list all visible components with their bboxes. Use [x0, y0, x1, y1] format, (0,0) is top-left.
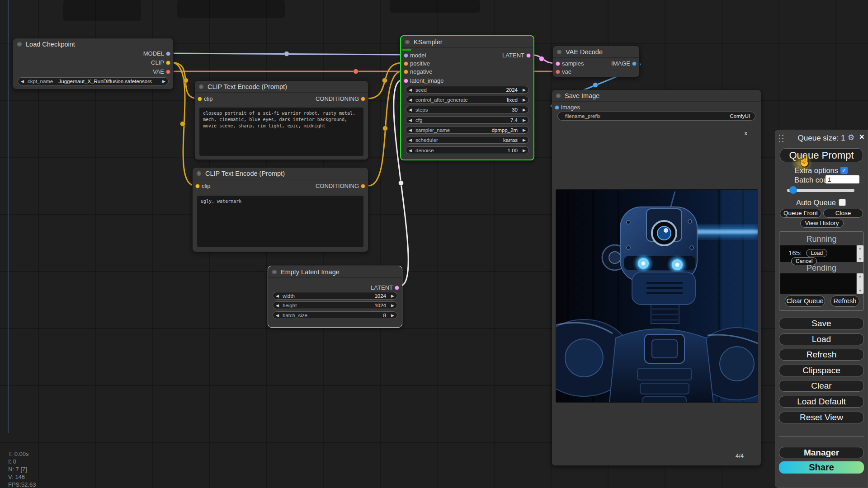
close-panel-icon[interactable]: × [859, 132, 864, 142]
save-button[interactable]: Save [779, 318, 864, 329]
cfg-widget[interactable]: ◀ cfg 7.4 ▶ [406, 116, 529, 124]
prev-arrow-icon[interactable]: ◀ [276, 303, 282, 308]
preview-close-button[interactable]: x [745, 130, 748, 136]
prev-arrow-icon[interactable]: ◀ [409, 118, 415, 122]
prompt-textarea[interactable]: closeup portrait of a sci-fi warrior rob… [199, 108, 363, 156]
batch-count-slider[interactable] [787, 189, 854, 192]
model-port-icon[interactable] [404, 53, 408, 58]
view-history-button[interactable]: View History [800, 219, 844, 228]
vae-port-icon[interactable] [556, 70, 560, 74]
prev-arrow-icon[interactable]: ◀ [276, 313, 282, 318]
node-title-bar[interactable]: Save Image [552, 90, 761, 102]
collapse-dot-icon[interactable] [17, 42, 22, 47]
clip-port-icon[interactable] [198, 97, 202, 101]
next-arrow-icon[interactable]: ▶ [520, 98, 526, 102]
node-title-bar[interactable]: CLIP Text Encode (Prompt) [193, 168, 368, 179]
reset-view-button[interactable]: Reset View [779, 412, 864, 423]
node-load-checkpoint[interactable]: Load Checkpoint MODEL CLIP VAE ◀ ckpt_na… [13, 38, 174, 89]
prev-arrow-icon[interactable]: ◀ [409, 128, 415, 132]
collapse-dot-icon[interactable] [557, 50, 561, 54]
load-item-button[interactable]: Load [806, 249, 827, 257]
manager-button[interactable]: Manager [779, 447, 864, 458]
share-button[interactable]: Share [779, 461, 864, 474]
collapse-dot-icon[interactable] [556, 94, 561, 98]
scroll-down-icon[interactable]: ▼ [857, 289, 863, 293]
image-port-icon[interactable] [555, 105, 559, 110]
node-empty-latent-image[interactable]: Empty Latent Image LATENT ◀ width 1024 ▶… [268, 266, 402, 328]
node-title-bar[interactable]: VAE Decode [553, 46, 639, 58]
next-arrow-icon[interactable]: ▶ [520, 148, 526, 153]
collapse-dot-icon[interactable] [405, 40, 410, 44]
scroll-up-icon[interactable]: ▲ [857, 274, 863, 278]
scroll-up-icon[interactable]: ▲ [857, 246, 863, 250]
control-after-generate-widget[interactable]: ◀ control_after_generate fixed ▶ [406, 96, 529, 103]
prev-arrow-icon[interactable]: ◀ [276, 294, 282, 298]
node-ksampler[interactable]: KSampler model positive negative latent_… [400, 35, 534, 160]
settings-gear-icon[interactable]: ⚙ [848, 133, 854, 142]
prev-arrow-icon[interactable]: ◀ [409, 148, 415, 153]
scheduler-widget[interactable]: ◀ scheduler karras ▶ [406, 136, 529, 144]
prompt-textarea[interactable]: ugly, watermark [197, 196, 363, 247]
clear-button[interactable]: Clear [779, 380, 864, 392]
node-title-bar[interactable]: Load Checkpoint [13, 38, 173, 50]
auto-queue-checkbox[interactable] [839, 199, 846, 206]
ckpt-name-widget[interactable]: ◀ ckpt_name Juggernaut_X_RunDiffusion.sa… [18, 77, 169, 85]
next-arrow-icon[interactable]: ▶ [520, 128, 526, 132]
load-button[interactable]: Load [779, 333, 864, 345]
slider-knob[interactable] [789, 186, 797, 194]
node-clip-text-encode-negative[interactable]: CLIP Text Encode (Prompt) clip CONDITION… [192, 167, 368, 252]
latent-port-icon[interactable] [526, 53, 531, 58]
next-arrow-icon[interactable]: ▶ [520, 108, 526, 112]
prev-arrow-icon[interactable]: ◀ [21, 79, 27, 84]
sampler-name-widget[interactable]: ◀ sampler_name dpmpp_2m ▶ [406, 126, 529, 134]
queue-front-button[interactable]: Queue Front [780, 209, 821, 218]
next-arrow-icon[interactable]: ▶ [160, 79, 165, 84]
node-title-bar[interactable]: Empty Latent Image [268, 266, 402, 278]
scroll-down-icon[interactable]: ▼ [857, 257, 863, 261]
model-port-icon[interactable] [166, 52, 170, 56]
collapse-dot-icon[interactable] [197, 171, 201, 176]
clip-port-icon[interactable] [195, 184, 200, 188]
clipspace-button[interactable]: Clipspace [779, 365, 864, 376]
prev-arrow-icon[interactable]: ◀ [409, 108, 415, 112]
latent-port-icon[interactable] [404, 79, 408, 83]
next-arrow-icon[interactable]: ▶ [388, 313, 394, 318]
node-title-bar[interactable]: KSampler [401, 36, 533, 48]
next-arrow-icon[interactable]: ▶ [520, 88, 526, 92]
next-arrow-icon[interactable]: ▶ [520, 118, 526, 122]
vae-port-icon[interactable] [166, 70, 170, 74]
running-scrollbar[interactable]: ▲ ▼ [857, 245, 863, 262]
conditioning-port-icon[interactable] [404, 61, 408, 66]
latent-port-icon[interactable] [556, 61, 560, 66]
node-clip-text-encode-positive[interactable]: CLIP Text Encode (Prompt) clip CONDITION… [194, 80, 368, 160]
conditioning-port-icon[interactable] [404, 70, 408, 74]
batch-size-widget[interactable]: ◀ batch_size 8 ▶ [273, 311, 397, 319]
height-widget[interactable]: ◀ height 1024 ▶ [273, 301, 397, 309]
node-title-bar[interactable]: CLIP Text Encode (Prompt) [195, 81, 368, 93]
width-widget[interactable]: ◀ width 1024 ▶ [273, 292, 397, 300]
next-arrow-icon[interactable]: ▶ [388, 294, 394, 298]
load-default-button[interactable]: Load Default [779, 396, 864, 408]
extra-options-checkbox[interactable]: ✓ [840, 167, 848, 174]
prev-arrow-icon[interactable]: ◀ [409, 138, 415, 142]
prev-arrow-icon[interactable]: ◀ [409, 88, 415, 92]
next-arrow-icon[interactable]: ▶ [520, 138, 526, 142]
seed-widget[interactable]: ◀ seed 2024 ▶ [406, 86, 529, 94]
conditioning-port-icon[interactable] [361, 184, 365, 188]
clip-port-icon[interactable] [166, 61, 170, 65]
collapse-dot-icon[interactable] [199, 84, 203, 89]
steps-widget[interactable]: ◀ steps 30 ▶ [406, 106, 529, 113]
node-save-image[interactable]: Save Image images filename_prefix ComfyU… [552, 89, 761, 466]
prev-arrow-icon[interactable]: ◀ [409, 98, 415, 102]
close-button[interactable]: Close [823, 209, 863, 218]
next-arrow-icon[interactable]: ▶ [388, 303, 394, 308]
refresh-button[interactable]: Refresh [779, 349, 864, 361]
pending-scrollbar[interactable]: ▲ ▼ [857, 273, 863, 294]
denoise-widget[interactable]: ◀ denoise 1.00 ▶ [406, 146, 529, 154]
image-port-icon[interactable] [632, 61, 637, 66]
latent-port-icon[interactable] [395, 286, 399, 290]
clear-queue-button[interactable]: Clear Queue [785, 296, 825, 307]
refresh-queue-button[interactable]: Refresh [830, 296, 859, 307]
collapse-dot-icon[interactable] [272, 270, 277, 274]
conditioning-port-icon[interactable] [361, 97, 365, 101]
